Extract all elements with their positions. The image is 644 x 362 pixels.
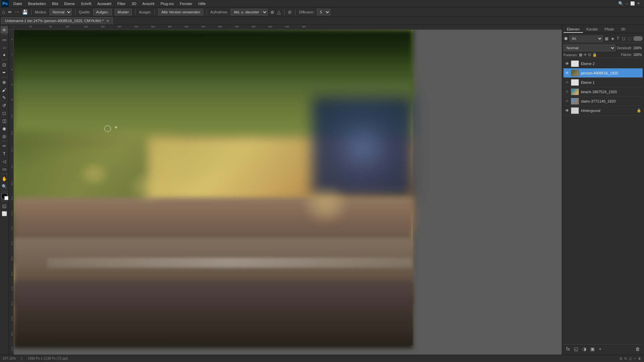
layer-item[interactable]: 👁 beach-1867524_1920: [564, 87, 643, 97]
add-style-icon[interactable]: fx: [565, 346, 571, 352]
filter-smart-icon[interactable]: ◌: [627, 36, 632, 41]
layer-item[interactable]: 👁 Hintergrund 🔒: [564, 106, 643, 115]
tool-icon-brush[interactable]: ✏: [8, 9, 12, 15]
aufnahme-select[interactable]: Akt. u. darunter: [231, 9, 268, 15]
shape-tool[interactable]: ▭: [1, 165, 8, 173]
filter-type-icon[interactable]: ⬟: [564, 36, 568, 41]
blur-tool[interactable]: ◉: [1, 125, 8, 132]
new-layer-icon[interactable]: +: [597, 346, 603, 352]
filter-type2-icon[interactable]: T: [616, 36, 620, 41]
menu-hilfe[interactable]: Hilfe: [196, 1, 208, 6]
window-restore-icon[interactable]: ⬜: [630, 1, 635, 6]
layer-item[interactable]: 👁 person-4008516_1920: [564, 68, 643, 78]
layer-visibility-toggle[interactable]: 👁: [565, 89, 570, 94]
eraser-tool[interactable]: ◻: [1, 109, 8, 117]
menu-3d[interactable]: 3D: [129, 1, 139, 6]
gradient-tool[interactable]: ◫: [1, 117, 8, 124]
dodge-tool[interactable]: ◎: [1, 132, 8, 140]
move-tool[interactable]: ✛: [1, 26, 8, 34]
crop-tool[interactable]: ⊡: [1, 61, 8, 68]
filter-pixel-icon[interactable]: ▦: [604, 36, 609, 41]
status-delete-icon[interactable]: 🗑: [638, 357, 641, 360]
tool-icon-options[interactable]: ⋯: [15, 9, 19, 15]
lock-move-icon[interactable]: ✛: [584, 53, 587, 57]
hand-tool[interactable]: ✋: [1, 175, 8, 182]
tab-kanaele[interactable]: Kanäle: [583, 26, 601, 33]
main-layout: ✛ ▭ ⌓ ✦ ⊡ ✒ ⊕ 🖌 ✎ ↺ ◻ ◫ ◉ ◎ ✑ T ◁ ▭ ✋ 🔍 …: [0, 25, 644, 355]
menu-bild[interactable]: Bild: [49, 1, 61, 6]
menu-ebene[interactable]: Ebene: [61, 1, 77, 6]
tab-3d[interactable]: 3D: [618, 26, 629, 33]
menu-schrift[interactable]: Schrift: [78, 1, 94, 6]
lock-all-icon[interactable]: 🔒: [592, 53, 597, 57]
erase-icon[interactable]: ⊘: [288, 9, 292, 15]
tool-icon-home[interactable]: ⌂: [2, 9, 5, 15]
opacity-value[interactable]: 100%: [633, 46, 643, 50]
lasso-tool[interactable]: ⌓: [1, 44, 8, 51]
quick-mask-tool[interactable]: ◱: [1, 202, 8, 209]
filter-shape-icon[interactable]: ◻: [621, 36, 626, 41]
screen-mode-tool[interactable]: ⬜: [1, 210, 8, 217]
lock-artboard-icon[interactable]: ⊡: [588, 53, 591, 57]
clone-stamp-tool[interactable]: ✎: [1, 94, 8, 101]
layer-visibility-toggle[interactable]: 👁: [565, 99, 570, 104]
menu-filter[interactable]: Filter: [115, 1, 128, 6]
menu-auswahl[interactable]: Auswahl: [95, 1, 114, 6]
layer-visibility-toggle[interactable]: 👁: [565, 61, 570, 66]
menu-datei[interactable]: Datei: [11, 1, 25, 6]
add-mask-icon[interactable]: ◱: [573, 346, 580, 352]
adjustment-layer-icon[interactable]: ◑: [581, 346, 588, 352]
search-icon[interactable]: 🔍: [618, 1, 624, 6]
document-tab[interactable]: Unbenannt-1 bei 247% (person-4008516_192…: [1, 17, 113, 24]
eye-open-icon: 👁: [565, 71, 569, 75]
background-color[interactable]: [4, 196, 8, 200]
brush-tool[interactable]: 🖌: [1, 86, 8, 94]
tool-icon-save[interactable]: 💾: [22, 9, 28, 15]
blend-mode-select[interactable]: Normal: [564, 45, 615, 51]
fill-value[interactable]: 100%: [633, 53, 643, 57]
lock-px-icon[interactable]: ▦: [579, 53, 582, 57]
layer-item[interactable]: 👁 Ebene 1: [564, 78, 643, 87]
status-grid-icon[interactable]: ⊞: [620, 357, 622, 360]
aufgen-button[interactable]: Aufgen.: [93, 9, 112, 15]
muster-button[interactable]: Muster: [115, 9, 132, 15]
ruler-mark-640: 640: [285, 25, 289, 28]
group-icon[interactable]: ▣: [589, 346, 596, 352]
status-layer-icon[interactable]: ◱: [629, 357, 632, 360]
history-brush-tool[interactable]: ↺: [1, 102, 8, 109]
foreground-color[interactable]: [1, 193, 7, 199]
zoom-tool[interactable]: 🔍: [1, 183, 8, 190]
path-select-tool[interactable]: ◁: [1, 158, 8, 165]
eyedropper-tool[interactable]: ✒: [1, 69, 8, 76]
layer-item[interactable]: 👁 stairs-3771140_1920: [564, 97, 643, 106]
layer-visibility-toggle[interactable]: 👁: [565, 108, 570, 113]
status-fix-icon[interactable]: fx: [624, 357, 627, 360]
menu-plugins[interactable]: Plug-ins: [158, 1, 176, 6]
layer-visibility-toggle[interactable]: 👁: [565, 71, 570, 75]
marquee-tool[interactable]: ▭: [1, 36, 8, 43]
menu-bearbeiten[interactable]: Bearbeiten: [25, 1, 49, 6]
filter-adj-icon[interactable]: ◈: [610, 36, 615, 41]
diffusion-select[interactable]: 5: [317, 9, 330, 15]
pen-tool[interactable]: ✑: [1, 142, 8, 149]
window-minimize-icon[interactable]: ─: [626, 2, 628, 6]
spot-heal-tool[interactable]: ⊕: [1, 78, 8, 86]
adjust-icon[interactable]: △: [277, 9, 281, 15]
tab-pfade[interactable]: Pfade: [601, 26, 618, 33]
mode-select[interactable]: Normal: [50, 9, 72, 15]
menu-fenster[interactable]: Fenster: [177, 1, 195, 6]
magic-wand-tool[interactable]: ✦: [1, 51, 8, 59]
alte-version-button[interactable]: Alte Version verwenden: [158, 9, 203, 15]
filter-toggle[interactable]: [633, 36, 643, 41]
delete-layer-icon[interactable]: 🗑: [634, 346, 641, 352]
status-new-icon[interactable]: +: [634, 357, 636, 360]
filter-type-select[interactable]: Art: [570, 36, 603, 42]
layer-item[interactable]: 👁 Ebene 2: [564, 59, 643, 68]
menu-ansicht[interactable]: Ansicht: [140, 1, 157, 6]
tab-close-icon[interactable]: ✕: [106, 19, 109, 23]
window-close-icon[interactable]: ✕: [637, 1, 640, 6]
sample-icon[interactable]: ⊕: [270, 9, 274, 15]
type-tool[interactable]: T: [1, 150, 8, 157]
tab-ebenen[interactable]: Ebenen: [564, 26, 583, 33]
layer-visibility-toggle[interactable]: 👁: [565, 80, 570, 85]
